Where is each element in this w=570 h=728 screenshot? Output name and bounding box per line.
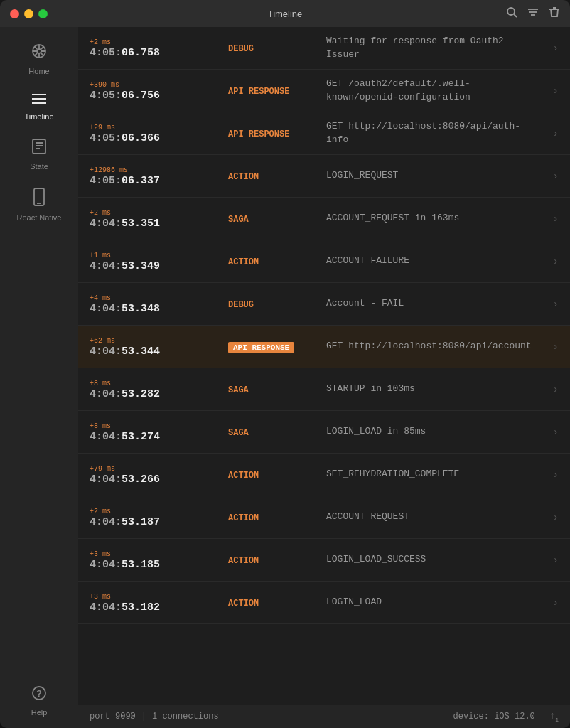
chevron-icon: › (553, 171, 559, 182)
svg-line-13 (35, 47, 38, 50)
timeline-row[interactable]: +390 ms 4:05:06.756 API RESPONSE GET /oa… (78, 70, 570, 112)
entry-delta: +8 ms (90, 379, 228, 388)
entry-left: +8 ms 4:04:53.274 (90, 422, 228, 443)
titlebar: Timeline (0, 0, 570, 27)
entry-left: +12986 ms 4:05:06.337 (90, 166, 228, 187)
entry-left: +3 ms 4:04:53.182 (90, 592, 228, 614)
timeline-row[interactable]: +2 ms 4:04:53.351 SAGA ACCOUNT_REQUEST i… (78, 198, 570, 240)
sidebar-item-home[interactable]: Home (0, 34, 78, 84)
entry-type: ACTION (228, 469, 321, 481)
timeline-row[interactable]: +1 ms 4:04:53.349 ACTION ACCOUNT_FAILURE… (78, 240, 570, 283)
entry-time: 4:04:53.344 (90, 346, 228, 358)
entry-delta: +29 ms (90, 123, 228, 132)
statusbar-right: device: iOS 12.0 ↑1 (453, 710, 559, 723)
entry-type: ACTION (228, 554, 321, 567)
chevron-icon: › (553, 213, 559, 225)
filter-icon[interactable] (527, 6, 539, 21)
entry-description: LOGIN_REQUEST (321, 169, 547, 182)
entry-badge: API RESPONSE (228, 129, 289, 139)
entry-delta: +2 ms (90, 208, 228, 218)
entry-type: SAGA (228, 383, 321, 396)
timeline-row[interactable]: +2 ms 4:05:06.758 DEBUG Waiting for resp… (78, 27, 570, 70)
entry-badge: API RESPONSE (228, 342, 294, 353)
timeline-row[interactable]: +62 ms 4:04:53.344 API RESPONSE GET http… (78, 326, 570, 368)
timeline-row[interactable]: +3 ms 4:04:53.182 ACTION LOGIN_LOAD › (78, 582, 570, 624)
app-window: Timeline (0, 0, 570, 728)
port-label: port 9090 (90, 712, 136, 722)
help-icon: ? (31, 685, 47, 704)
clear-icon[interactable] (549, 6, 560, 21)
entry-time: 4:05:06.366 (90, 132, 228, 144)
timeline-row[interactable]: +2 ms 4:04:53.187 ACTION ACCOUNT_REQUEST… (78, 496, 570, 539)
search-icon[interactable] (506, 6, 517, 21)
close-button[interactable] (10, 9, 19, 18)
entry-badge: ACTION (228, 513, 259, 523)
minimize-button[interactable] (24, 9, 33, 18)
entry-type: DEBUG (228, 298, 321, 311)
statusbar-left: port 9090 | 1 connections (90, 712, 219, 722)
entry-badge: ACTION (228, 471, 259, 481)
entry-delta: +8 ms (90, 422, 228, 431)
timeline-row[interactable]: +8 ms 4:04:53.282 SAGA STARTUP in 103ms … (78, 368, 570, 411)
chevron-icon: › (553, 469, 559, 481)
entry-delta: +1 ms (90, 251, 228, 260)
timeline-row[interactable]: +4 ms 4:04:53.348 DEBUG Account - FAIL › (78, 283, 570, 326)
entry-delta: +12986 ms (90, 166, 228, 175)
entry-left: +4 ms 4:04:53.348 (90, 294, 228, 315)
connections-label: 1 connections (152, 712, 219, 722)
timeline-row[interactable]: +12986 ms 4:05:06.337 ACTION LOGIN_REQUE… (78, 155, 570, 198)
entry-description: LOGIN_LOAD in 85ms (321, 425, 547, 438)
entry-time: 4:04:53.349 (90, 260, 228, 272)
entry-delta: +4 ms (90, 294, 228, 303)
sidebar-item-timeline[interactable]: Timeline (0, 84, 78, 129)
entry-description: GET /oauth2/default/.well-known/openid-c… (321, 77, 547, 103)
entry-left: +390 ms 4:05:06.756 (90, 80, 228, 102)
svg-point-8 (37, 49, 41, 53)
entry-type: API RESPONSE (228, 127, 321, 140)
timeline-row[interactable]: +29 ms 4:05:06.366 API RESPONSE GET http… (78, 112, 570, 155)
maximize-button[interactable] (38, 9, 48, 18)
entry-badge: ACTION (228, 556, 259, 566)
entry-left: +2 ms 4:04:53.351 (90, 208, 228, 230)
entry-left: +79 ms 4:04:53.266 (90, 464, 228, 486)
toolbar-actions (506, 6, 560, 21)
entry-time: 4:04:53.351 (90, 218, 228, 230)
sidebar: Home Timeline (0, 27, 78, 728)
entry-description: ACCOUNT_REQUEST in 163ms (321, 212, 547, 225)
entry-time: 4:04:53.266 (90, 473, 228, 486)
chevron-icon: › (553, 341, 559, 353)
entry-time: 4:05:06.337 (90, 175, 228, 187)
sidebar-item-help[interactable]: ? Help (0, 677, 78, 728)
entry-badge: ACTION (228, 172, 259, 182)
svg-point-0 (507, 8, 515, 15)
sidebar-state-label: State (30, 162, 48, 171)
main-content: +2 ms 4:05:06.758 DEBUG Waiting for resp… (78, 27, 570, 728)
sidebar-item-react-native[interactable]: React Native (0, 179, 78, 230)
timeline-list[interactable]: +2 ms 4:05:06.758 DEBUG Waiting for resp… (78, 27, 570, 705)
entry-time: 4:05:06.758 (90, 47, 228, 59)
entry-left: +29 ms 4:05:06.366 (90, 123, 228, 144)
entry-badge: SAGA (228, 428, 249, 438)
entry-delta: +2 ms (90, 38, 228, 47)
chevron-icon: › (553, 512, 559, 523)
entry-description: Account - FAIL (321, 297, 547, 310)
device-label: device: iOS 12.0 (453, 712, 535, 722)
window-title: Timeline (268, 9, 303, 19)
entry-badge: ACTION (228, 599, 259, 609)
sidebar-item-state[interactable]: State (0, 129, 78, 179)
entry-description: GET http://localhost:8080/api/account (321, 340, 547, 353)
entry-type: SAGA (228, 213, 321, 225)
entry-badge: API RESPONSE (228, 87, 289, 97)
chevron-icon: › (553, 43, 559, 54)
timeline-row[interactable]: +3 ms 4:04:53.185 ACTION LOGIN_LOAD_SUCC… (78, 539, 570, 582)
entry-delta: +3 ms (90, 592, 228, 601)
timeline-icon (31, 92, 48, 108)
timeline-row[interactable]: +79 ms 4:04:53.266 ACTION SET_REHYDRATIO… (78, 454, 570, 496)
entry-type: ACTION (228, 511, 321, 524)
entry-description: ACCOUNT_FAILURE (321, 255, 547, 267)
entry-time: 4:04:53.282 (90, 388, 228, 400)
timeline-row[interactable]: +8 ms 4:04:53.274 SAGA LOGIN_LOAD in 85m… (78, 411, 570, 454)
entry-description: LOGIN_LOAD (321, 596, 547, 609)
sort-icon[interactable]: ↑1 (549, 710, 559, 723)
entry-time: 4:05:06.756 (90, 90, 228, 102)
